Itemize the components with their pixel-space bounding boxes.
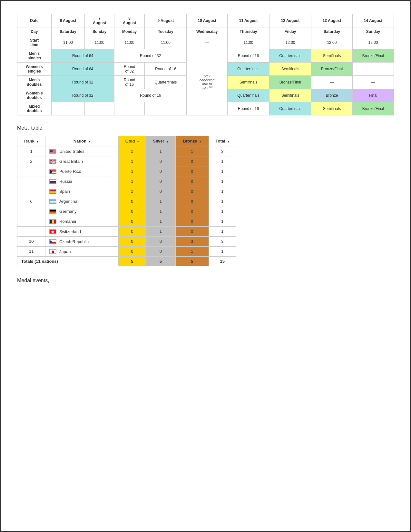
medal-events-title: Medal events,: [17, 278, 394, 283]
time-9aug: 11:00: [145, 36, 187, 49]
rank-cell: 1: [17, 146, 45, 156]
bronze-cell: 0: [175, 186, 209, 196]
event-womens-singles: Women'ssingles: [17, 63, 52, 76]
total-cell: 3: [209, 236, 236, 246]
bronze-cell: 0: [175, 166, 209, 176]
bronze-header[interactable]: Bronze ⬧: [175, 136, 209, 146]
schedule-table: Date 6 August 7August 8August 9 August 1…: [17, 14, 394, 115]
mixed-e3: —: [114, 102, 145, 115]
day-tue: Tuesday: [145, 27, 187, 36]
mens-doubles-e2: —: [352, 76, 394, 89]
womens-doubles-r32: Round of 32: [51, 89, 114, 102]
mens-singles-qf: Quarterfinals: [269, 49, 311, 63]
time-13aug: 12:00: [311, 36, 352, 49]
rank-sort-icon[interactable]: ⬧: [36, 140, 38, 143]
rank-cell: [17, 216, 45, 226]
nation-cell: Switzerland: [45, 226, 119, 236]
event-womens-doubles: Women'sdoubles: [17, 89, 52, 102]
play-cancelled: playcancelleddue torain[16]: [187, 49, 228, 115]
silver-cell: 1: [146, 146, 175, 156]
womens-singles-r64: Round of 64: [51, 63, 114, 76]
table-row: 6 Argentina 0 1 0 1: [17, 196, 236, 206]
day-wed: Wednesday: [187, 27, 228, 36]
womens-doubles-sf: Semifinals: [269, 89, 311, 102]
table-row: Germany 0 1 0 1: [17, 206, 236, 216]
col-14aug: 14 August: [352, 14, 394, 27]
gold-sort-icon[interactable]: ⬧: [137, 140, 139, 143]
mixed-e2: —: [85, 102, 114, 115]
table-row: Romania 0 1 0 1: [17, 216, 236, 226]
nation-name: Great Britain: [59, 159, 83, 164]
table-row: 2 Great Britain 1 0 0 1: [17, 156, 236, 166]
nation-cell: United States: [45, 146, 119, 156]
total-cell: 1: [209, 216, 236, 226]
womens-doubles-r16: Round of 16: [114, 89, 187, 102]
totals-bronze: 5: [175, 256, 209, 266]
silver-cell: 1: [146, 226, 175, 236]
svg-rect-32: [50, 190, 56, 191]
rank-header[interactable]: Rank ⬧: [17, 136, 45, 146]
totals-silver: 5: [146, 256, 175, 266]
col-9aug: 9 August: [145, 14, 187, 27]
bronze-cell: 0: [175, 206, 209, 216]
nation-sort-icon[interactable]: ⬧: [89, 140, 91, 143]
nation-cell: Russia: [45, 176, 119, 186]
womens-singles-r16: Round of 16: [145, 63, 187, 76]
silver-cell: 0: [146, 166, 175, 176]
nation-cell: Puerto Rico: [45, 166, 119, 176]
rank-cell: [17, 206, 45, 216]
nation-cell: Spain: [45, 186, 119, 196]
day-sat2: Saturday: [311, 27, 352, 36]
gold-cell: 1: [119, 186, 146, 196]
svg-rect-8: [50, 152, 56, 153]
total-cell: 1: [209, 226, 236, 236]
time-6aug: 11:00: [51, 36, 85, 49]
nation-name: Russia: [59, 179, 72, 184]
silver-cell: 0: [146, 156, 175, 166]
total-header[interactable]: Total ⬧: [209, 136, 236, 146]
nation-cell: Germany: [45, 206, 119, 216]
gold-cell: 0: [119, 226, 146, 236]
svg-rect-33: [50, 193, 56, 194]
col-6aug: 6 August: [51, 14, 85, 27]
svg-rect-9: [50, 153, 56, 153]
nation-cell: Great Britain: [45, 156, 119, 166]
mens-doubles-sf: Semifinals: [228, 76, 269, 89]
svg-rect-7: [50, 152, 56, 152]
bronze-sort-icon[interactable]: ⬧: [199, 140, 201, 143]
col-10aug: 10 August: [187, 14, 228, 27]
womens-doubles-bronze: Bronze: [311, 89, 352, 102]
mens-singles-sf: Semifinals: [311, 49, 352, 63]
gold-header[interactable]: Gold ⬧: [119, 136, 146, 146]
table-row: Puerto Rico 1 0 0 1: [17, 166, 236, 176]
svg-point-49: [52, 251, 54, 253]
total-sort-icon[interactable]: ⬧: [227, 140, 229, 143]
totals-label: Totals (11 nations): [17, 256, 119, 266]
col-12aug: 12 August: [269, 14, 311, 27]
nation-header[interactable]: Nation ⬧: [45, 136, 119, 146]
svg-rect-41: [50, 220, 52, 224]
silver-sort-icon[interactable]: ⬧: [166, 140, 168, 143]
total-cell: 1: [209, 206, 236, 216]
rank-cell: 6: [17, 196, 45, 206]
date-label: Date: [17, 14, 52, 27]
silver-header[interactable]: Silver ⬧: [146, 136, 175, 146]
svg-rect-44: [52, 231, 54, 232]
mixed-e1: —: [51, 102, 85, 115]
day-label: Day: [17, 27, 52, 36]
gold-cell: 0: [119, 216, 146, 226]
bronze-cell: 1: [175, 246, 209, 256]
col-8aug: 8August: [114, 14, 145, 27]
rank-cell: 2: [17, 156, 45, 166]
total-cell: 1: [209, 156, 236, 166]
gold-cell: 1: [119, 156, 146, 166]
totals-total: 15: [209, 256, 236, 266]
rank-cell: 11: [17, 246, 45, 256]
medal-table: Rank ⬧ Nation ⬧ Gold ⬧ Silver ⬧ Bronze ⬧…: [17, 136, 236, 266]
rank-cell: [17, 176, 45, 186]
event-mens-singles: Men'ssingles: [17, 49, 52, 63]
svg-rect-22: [50, 162, 56, 162]
mens-singles-r32: Round of 32: [114, 49, 187, 63]
total-cell: 3: [209, 146, 236, 156]
time-7aug: 11:00: [85, 36, 114, 49]
